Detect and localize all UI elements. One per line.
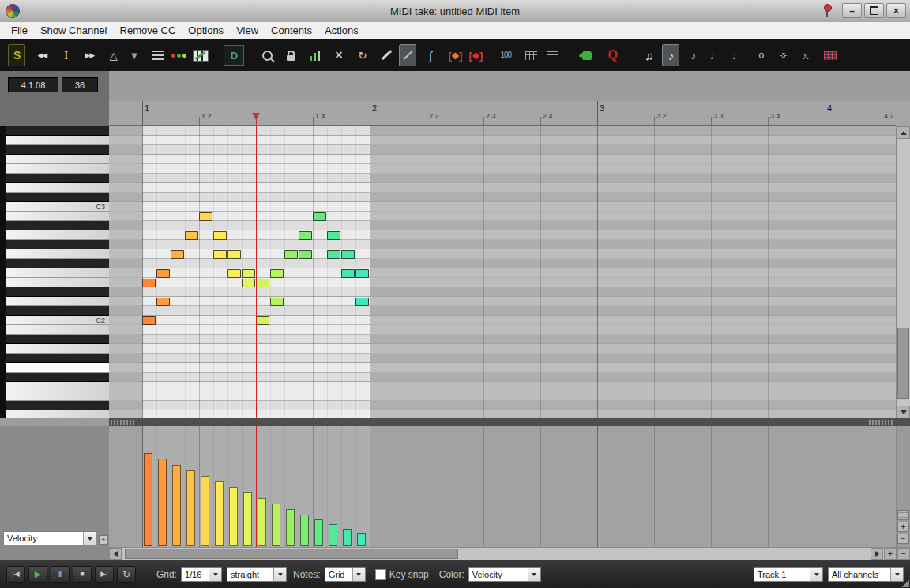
midi-note[interactable] [270,298,284,306]
add-lane-button[interactable]: + [99,535,108,545]
midi-note[interactable] [341,250,355,259]
piano-key-a1[interactable] [6,344,109,354]
horizontal-scroll-thumb[interactable] [125,549,458,559]
midi-note[interactable] [199,212,212,221]
piano-key-ds2[interactable] [6,287,109,297]
midi-note[interactable] [256,316,269,325]
menu-item-contents[interactable]: Contents [265,23,318,38]
sync-button[interactable]: S [8,44,25,66]
piano-key-e3[interactable] [6,164,109,174]
event-list-button[interactable] [149,44,166,66]
quantize-button[interactable]: Q [604,44,621,66]
maximize-button[interactable] [864,3,884,18]
midi-note[interactable] [156,269,170,278]
velocity-bar[interactable] [144,453,152,546]
cc-bars-button[interactable] [306,44,323,66]
velocity-bar[interactable] [243,492,252,546]
channel-select[interactable]: All channels [828,567,904,582]
go-to-start-button[interactable]: |◀ [6,566,25,583]
edit-cursor-marker[interactable] [252,113,260,120]
piano-key-g2[interactable] [6,249,109,259]
velocity-bar[interactable] [286,509,295,546]
lane-zoom-in-button[interactable]: + [897,522,909,532]
hzoom-out-button[interactable]: − [897,548,910,560]
midi-note[interactable] [327,231,340,240]
midi-note[interactable] [270,269,284,278]
midi-note[interactable] [228,250,241,259]
menu-item-options[interactable]: Options [182,23,230,38]
scroll-left-button[interactable] [109,548,122,560]
zoom-tool-button[interactable] [258,44,276,66]
piano-roll[interactable] [109,126,896,418]
pause-button[interactable]: ‖ [51,566,70,583]
note-length-whole-button[interactable]: o [752,44,769,66]
piano-key-g1[interactable] [6,363,109,373]
midi-note[interactable] [355,269,369,278]
midi-note[interactable] [341,269,355,278]
piano-key-f2[interactable] [6,268,109,278]
velocity-bar[interactable] [258,498,266,546]
lane-resize-grip[interactable] [897,510,909,520]
next-marker-button[interactable]: [◆] [467,44,484,66]
dropdown-button[interactable] [810,568,822,581]
scroll-right-button[interactable] [871,548,883,560]
prev-measure-button[interactable]: ◀◀ [33,44,51,66]
horizontal-scrollbar[interactable]: + − [109,547,910,560]
velocity-bar[interactable] [172,465,181,546]
lock-editor-button[interactable] [282,44,299,66]
velocity-lane[interactable] [109,426,896,547]
grid-swing-select[interactable]: straight [227,567,287,582]
prev-marker-button[interactable]: [◆] [446,44,464,66]
midi-note[interactable] [213,250,227,259]
piano-key-fs2[interactable] [6,259,109,268]
dropdown-button[interactable] [352,568,365,581]
vertical-scroll-thumb[interactable] [897,328,909,399]
piano-key-as1[interactable] [6,335,109,344]
midi-note[interactable] [185,231,198,240]
loop-section-button[interactable]: ↻ [353,44,370,66]
piano-key-fs1[interactable] [6,373,109,382]
menu-item-show-channel[interactable]: Show Channel [34,23,114,38]
vertical-scrollbar[interactable] [896,126,910,418]
piano-key-e2[interactable] [6,278,109,287]
piano-key-d1[interactable] [6,410,109,418]
velocity-bar[interactable] [329,524,337,546]
piano-key-b2[interactable] [6,212,109,221]
piano-key-ds1[interactable] [6,401,109,410]
piano-key-as2[interactable] [6,221,109,230]
piano-key-a2[interactable] [6,230,109,240]
piano-key-f1[interactable] [6,382,109,391]
timeline-ruler[interactable]: 11.21.422.22.32.433.23.33.444.2 [109,101,896,126]
velocity-bar[interactable] [215,481,224,546]
midi-note[interactable] [327,250,340,259]
piano-key-b1[interactable] [6,325,109,335]
velocity-bar[interactable] [201,476,209,546]
window-resize-grip[interactable] [901,579,909,587]
pitch-down-button[interactable]: ▼ [125,44,142,66]
splitter-grip-icon[interactable] [111,420,134,425]
piano-key-cs3[interactable] [6,193,109,202]
midi-note[interactable] [228,269,241,278]
track-select[interactable]: Track 1 [754,567,823,582]
note-length-eighth-button[interactable]: ♪ [662,44,679,66]
velocity-bar[interactable] [300,515,309,546]
midi-note[interactable] [299,231,312,240]
note-length-eighth-2-button[interactable]: ♪ [684,44,701,66]
menu-item-file[interactable]: File [5,23,34,38]
midi-note[interactable] [313,212,326,221]
piano-key-ds3[interactable] [6,174,109,183]
close-button[interactable]: × [886,3,906,18]
piano-key-d3[interactable] [6,183,109,193]
pitch-up-button[interactable]: △ [104,44,122,66]
piano-key-c3[interactable]: C3 [6,202,109,212]
piano-draw-button[interactable] [192,44,209,66]
hand-scroll-button[interactable] [578,44,596,66]
scroll-up-button[interactable] [897,126,910,139]
midi-note[interactable] [256,279,269,287]
piano-key-cs2[interactable] [6,306,109,316]
dropdown-button[interactable] [528,568,540,581]
midi-note[interactable] [156,298,170,306]
velocity-bar[interactable] [272,504,280,546]
lane-splitter[interactable] [109,418,910,426]
draw-tool-button[interactable] [377,44,394,66]
